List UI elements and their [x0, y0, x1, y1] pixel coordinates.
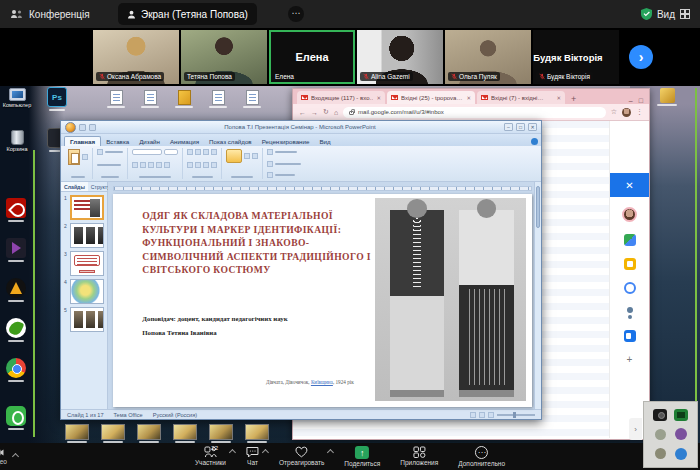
desktop-icon-document[interactable]: [206, 90, 230, 108]
participant-tile-alina[interactable]: Alina Gazemi: [357, 30, 443, 84]
caption-link[interactable]: Київщина: [311, 379, 333, 385]
gray-app-icon[interactable]: [655, 429, 666, 440]
font-size-box[interactable]: [164, 149, 178, 155]
desktop-icon-coreldraw[interactable]: [5, 318, 27, 342]
cut-icon[interactable]: [82, 154, 88, 160]
numbering-icon[interactable]: [195, 149, 201, 155]
olive-app-icon[interactable]: [655, 448, 666, 459]
keep-icon[interactable]: [624, 258, 636, 270]
add-addon-icon[interactable]: +: [627, 354, 633, 365]
desktop-icon-folder[interactable]: [172, 90, 196, 108]
close-button[interactable]: ✕: [528, 123, 537, 131]
slide-thumbnail-1-selected[interactable]: 1: [64, 195, 104, 220]
participant-tile-olga[interactable]: Ольга Пуляк: [445, 30, 531, 84]
font-name-box[interactable]: [132, 149, 162, 155]
maximize-button[interactable]: □: [639, 97, 643, 104]
video-control-clipped[interactable]: Видео: [0, 443, 42, 470]
calendar-icon[interactable]: [624, 282, 636, 294]
underline-icon[interactable]: [148, 162, 154, 168]
participant-tile-budyak[interactable]: Будяк Вікторія Будяк Вікторія: [533, 30, 619, 84]
bullets-icon[interactable]: [187, 149, 193, 155]
zoom-slider[interactable]: [497, 414, 535, 416]
desktop-icon-computer[interactable]: Компьютер: [2, 88, 32, 109]
picture-file-icon[interactable]: [244, 424, 270, 443]
shadow-icon[interactable]: [156, 162, 162, 168]
back-icon[interactable]: ←: [299, 109, 306, 116]
share-screen-button[interactable]: ↑ Поделиться: [344, 446, 380, 467]
slide-title-text[interactable]: ОДЯГ ЯК СКЛАДОВА МАТЕРІАЛЬНОЇ КУЛЬТУРИ І…: [142, 209, 381, 277]
picture-file-icon[interactable]: [136, 424, 162, 443]
options-caret-icon[interactable]: [262, 449, 269, 456]
normal-view-icon[interactable]: [470, 412, 476, 418]
justify-icon[interactable]: [211, 162, 217, 168]
meet-icon[interactable]: [624, 330, 636, 342]
font-color-icon[interactable]: [164, 162, 170, 168]
slide-thumbnail-5[interactable]: 5: [64, 307, 104, 332]
new-slide-icon[interactable]: [97, 149, 103, 155]
desktop-icon-document[interactable]: [138, 90, 162, 108]
account-avatar[interactable]: [622, 207, 637, 222]
bookmark-star-icon[interactable]: ☆: [611, 108, 617, 116]
slideshow-view-icon[interactable]: [488, 412, 494, 418]
picture-file-icon[interactable]: [172, 424, 198, 443]
chat-button[interactable]: Чат: [246, 446, 259, 466]
align-left-icon[interactable]: [187, 162, 193, 168]
tab-close-icon[interactable]: ✕: [556, 95, 561, 101]
ribbon-tab-design[interactable]: Дизайн: [134, 137, 165, 146]
participant-tile-elena-active-speaker[interactable]: Елена Елена: [269, 30, 355, 84]
home-icon[interactable]: ⌂: [334, 109, 338, 116]
desktop-icon-viber[interactable]: [5, 406, 27, 430]
bold-icon[interactable]: [132, 162, 138, 168]
italic-icon[interactable]: [140, 162, 146, 168]
desktop-icon-acrobat[interactable]: [5, 198, 27, 222]
slide-sorter-icon[interactable]: [479, 412, 485, 418]
ribbon-tab-home[interactable]: Главная: [64, 136, 101, 146]
slide-speaker-line1[interactable]: Доповідач: доцент, кандидат педагогічних…: [142, 315, 377, 322]
desktop-icon-document[interactable]: [240, 90, 264, 108]
office-button[interactable]: [65, 122, 76, 133]
replace-icon[interactable]: [267, 161, 273, 167]
quick-access-undo-icon[interactable]: [89, 124, 96, 131]
participant-tile-oksana[interactable]: Оксана Абрамова: [93, 30, 179, 84]
side-panel-close-banner[interactable]: ✕: [610, 173, 649, 197]
slide-thumbnail-4[interactable]: 4: [64, 279, 104, 304]
tab-close-icon[interactable]: ✕: [376, 95, 381, 101]
indent-icon[interactable]: [203, 149, 209, 155]
desktop-icon-right[interactable]: [654, 88, 680, 106]
ribbon-tab-view[interactable]: Вид: [314, 137, 335, 146]
powerpoint-title-bar[interactable]: Попова Т.І Презентація Семінар - Microso…: [61, 121, 541, 134]
help-icon[interactable]: [531, 138, 538, 145]
find-icon[interactable]: [267, 149, 273, 155]
skype-app-icon[interactable]: [675, 448, 687, 460]
desktop-icon-media-player[interactable]: [5, 238, 27, 262]
desktop-icon-photoshop[interactable]: Ps: [46, 87, 68, 111]
apps-button[interactable]: Приложения: [400, 446, 438, 466]
new-tab-button[interactable]: +: [571, 94, 576, 104]
ribbon-tab-animation[interactable]: Анимация: [165, 137, 204, 146]
screen-share-tab[interactable]: Экран (Тетяна Попова): [118, 3, 257, 25]
view-grid-icon[interactable]: [680, 9, 690, 19]
view-button-label[interactable]: Вид: [657, 9, 675, 20]
desktop-icon-recycle-bin[interactable]: Корзина: [2, 130, 32, 153]
picture-file-icon[interactable]: [64, 424, 90, 443]
panel-collapse-handle[interactable]: ›: [629, 418, 642, 440]
video-options-caret-icon[interactable]: [12, 453, 19, 460]
quick-access-save-icon[interactable]: [79, 124, 86, 131]
align-center-icon[interactable]: [195, 162, 201, 168]
profile-avatar[interactable]: [622, 108, 631, 117]
options-caret-icon[interactable]: [327, 449, 334, 456]
tab-more-options-icon[interactable]: ⋯: [288, 6, 304, 22]
next-participants-page-button[interactable]: ›: [629, 45, 653, 69]
ribbon-tab-slideshow[interactable]: Показ слайдов: [204, 137, 257, 146]
tab-close-icon[interactable]: ✕: [466, 95, 471, 101]
options-caret-icon[interactable]: [229, 449, 236, 456]
vertical-scrollbar[interactable]: [534, 182, 541, 409]
browser-menu-icon[interactable]: ⋮: [636, 108, 643, 116]
viber-app-icon[interactable]: [675, 428, 687, 440]
desktop-icon-daemon-tools[interactable]: [5, 278, 27, 302]
camera-app-icon[interactable]: [653, 409, 667, 421]
reload-icon[interactable]: ↻: [323, 108, 329, 116]
participants-button[interactable]: 22 Участники: [195, 446, 226, 466]
slide-thumbnail-3[interactable]: 3: [64, 251, 104, 276]
more-button[interactable]: ⋯ Дополнительно: [458, 446, 505, 467]
